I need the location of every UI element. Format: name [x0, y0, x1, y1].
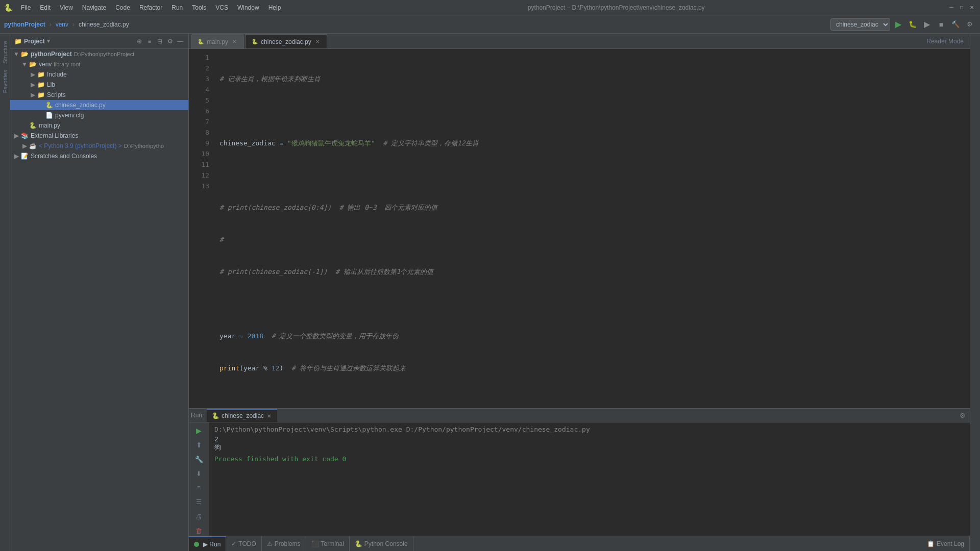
- tree-label-scripts: Scripts: [47, 91, 66, 98]
- run-output: D:\Python\pythonProject\venv\Scripts\pyt…: [209, 422, 970, 539]
- editor-tab-bar: 🐍 main.py ✕ 🐍 chinese_zodiac.py ✕ Reader…: [189, 34, 970, 49]
- menu-navigate[interactable]: Navigate: [78, 3, 110, 12]
- use-soft-wraps-button[interactable]: ☰: [193, 496, 205, 508]
- menu-refactor[interactable]: Refactor: [135, 3, 166, 12]
- tree-item-external-libraries[interactable]: ▶ 📚 External Libraries: [10, 131, 188, 141]
- scratches-icon: 📝: [20, 152, 29, 160]
- tab-chinese-zodiac-close[interactable]: ✕: [314, 39, 321, 45]
- code-content[interactable]: # 记录生肖，根据年份来判断生肖 chinese_zodiac = "猴鸡狗猪鼠…: [214, 49, 970, 408]
- scroll-up-button[interactable]: ⬇: [193, 467, 205, 480]
- code-line-4: [219, 170, 970, 181]
- tab-chinese-zodiac[interactable]: 🐍 chinese_zodiac.py ✕: [245, 34, 327, 48]
- clear-all-button[interactable]: 🗑: [193, 524, 205, 537]
- menu-help[interactable]: Help: [264, 3, 285, 12]
- run-config-selector[interactable]: chinese_zodiac: [830, 18, 890, 31]
- reader-mode-button[interactable]: Reader Mode: [922, 38, 968, 45]
- tab-mainpy[interactable]: 🐍 main.py ✕: [191, 34, 244, 48]
- menu-view[interactable]: View: [56, 3, 77, 12]
- line-numbers: 12345 678910 111213: [189, 49, 214, 408]
- tree-item-lib[interactable]: ▶ 📁 Lib: [10, 80, 188, 90]
- maximize-button[interactable]: □: [958, 4, 966, 12]
- favorites-panel-label[interactable]: Favorites: [1, 67, 9, 96]
- re-run-button[interactable]: ▶: [193, 424, 205, 437]
- python-console-icon: 🐍: [355, 540, 362, 547]
- tree-item-scripts[interactable]: ▶ 📁 Scripts: [10, 90, 188, 100]
- tree-item-venv[interactable]: ▼ 📂 venv library root: [10, 59, 188, 69]
- window-controls: ─ □ ✕: [947, 4, 976, 12]
- run-toolbar-label: ▶ Run: [203, 541, 220, 548]
- debug-button[interactable]: 🐛: [906, 18, 919, 31]
- terminal-toolbar-tab[interactable]: ⬛ Terminal: [306, 536, 350, 552]
- stop-run-button[interactable]: ⬆: [193, 439, 205, 451]
- minimize-button[interactable]: ─: [947, 4, 955, 12]
- collapse-all-button[interactable]: ≡: [145, 37, 154, 45]
- sidebar-settings-button[interactable]: ⚙: [166, 37, 174, 45]
- tree-arrow-ext: ▶: [12, 132, 20, 139]
- menu-window[interactable]: Window: [233, 3, 263, 12]
- sidebar-tree: ▼ 📂 pythonProject D:\Python\pythonProjec…: [10, 49, 188, 551]
- project-dropdown[interactable]: ▾: [47, 38, 50, 44]
- print-button[interactable]: 🖨: [193, 510, 205, 522]
- menu-run[interactable]: Run: [167, 3, 187, 12]
- run-process-finished: Process finished with exit code 0: [214, 455, 965, 463]
- title-bar: 🐍 File Edit View Navigate Code Refactor …: [0, 0, 980, 15]
- python-console-label: Python Console: [364, 540, 408, 547]
- structure-panel-label[interactable]: Structure: [1, 38, 9, 67]
- stop-button[interactable]: ■: [935, 18, 947, 31]
- problems-toolbar-tab[interactable]: ⚠ Problems: [262, 536, 306, 552]
- tree-item-project-root[interactable]: ▼ 📂 pythonProject D:\Python\pythonProjec…: [10, 49, 188, 59]
- tree-item-mainpy[interactable]: 🐍 main.py: [10, 120, 188, 131]
- scroll-to-end-button[interactable]: 🔧: [193, 453, 205, 465]
- sidebar-close-button[interactable]: —: [176, 37, 184, 45]
- close-button[interactable]: ✕: [968, 4, 976, 12]
- tree-label-include: Include: [47, 71, 67, 78]
- py-file-icon: 🐍: [45, 101, 53, 109]
- run-config-tab-label: chinese_zodiac: [222, 412, 264, 419]
- python-console-toolbar-tab[interactable]: 🐍 Python Console: [350, 536, 413, 552]
- tree-item-chinese-zodiac[interactable]: 🐍 chinese_zodiac.py: [10, 100, 188, 110]
- menu-file[interactable]: File: [17, 3, 35, 12]
- run-config-tab-close[interactable]: ✕: [266, 413, 272, 419]
- tree-item-include[interactable]: ▶ 📁 Include: [10, 69, 188, 80]
- menu-code[interactable]: Code: [111, 3, 134, 12]
- breadcrumb-project[interactable]: pythonProject: [4, 21, 45, 28]
- run-output-line2: 狗: [214, 443, 965, 452]
- settings-button[interactable]: ⚙: [964, 18, 976, 31]
- bottom-panel: Run: 🐍 chinese_zodiac ✕ ⚙ ▶ ⬆: [189, 408, 970, 536]
- tree-arrow-lib: ▶: [29, 81, 37, 88]
- code-editor[interactable]: 12345 678910 111213 # 记录生肖，根据年份来判断生肖 chi…: [189, 49, 970, 408]
- project-icon: 📁: [14, 38, 22, 45]
- tab-mainpy-close[interactable]: ✕: [231, 39, 237, 45]
- tree-item-python-sdk[interactable]: ▶ ☕ < Python 3.9 (pythonProject) > D:\Py…: [10, 141, 188, 151]
- expand-all-button[interactable]: ⊟: [156, 37, 164, 45]
- bottom-tab-run-config[interactable]: 🐍 chinese_zodiac ✕: [207, 409, 277, 422]
- tree-label-scratches: Scratches and Consoles: [31, 153, 97, 160]
- soft-wrap-button[interactable]: ≡: [193, 482, 205, 494]
- tree-item-pyvenv[interactable]: 📄 pyvenv.cfg: [10, 110, 188, 120]
- tree-label-python-sdk: < Python 3.9 (pythonProject) >: [39, 142, 122, 149]
- locate-button[interactable]: ⊕: [135, 37, 143, 45]
- run-button[interactable]: ▶: [892, 18, 904, 31]
- menu-tools[interactable]: Tools: [188, 3, 210, 12]
- code-line-7: # print(chinese_zodiac[-1]) # 输出从后往前数第1个…: [219, 266, 970, 277]
- tree-arrow-sdk: ▶: [20, 142, 29, 149]
- code-line-11: [219, 395, 970, 406]
- bottom-settings-button[interactable]: ⚙: [958, 410, 968, 420]
- run-output-line1: 2: [214, 435, 965, 443]
- bottom-panel-actions: ⚙: [958, 410, 968, 420]
- coverage-button[interactable]: ▶: [921, 18, 933, 31]
- todo-toolbar-tab[interactable]: ✓ TODO: [226, 536, 261, 552]
- tree-item-scratches[interactable]: ▶ 📝 Scratches and Consoles: [10, 151, 188, 161]
- sidebar-actions: ⊕ ≡ ⊟ ⚙ —: [135, 37, 184, 45]
- menu-vcs[interactable]: VCS: [211, 3, 232, 12]
- breadcrumb-venv[interactable]: venv: [56, 21, 68, 28]
- build-button[interactable]: 🔨: [949, 18, 962, 31]
- menu-edit[interactable]: Edit: [36, 3, 55, 12]
- run-toolbar-tab[interactable]: ▶ Run: [189, 536, 226, 552]
- menu-bar: File Edit View Navigate Code Refactor Ru…: [17, 3, 285, 12]
- event-log-toolbar-tab[interactable]: 📋 Event Log: [922, 536, 970, 552]
- code-line-5: # print(chinese_zodiac[0:4]) # 输出 0~3 四个…: [219, 202, 970, 213]
- tree-label-lib: Lib: [47, 81, 55, 88]
- code-line-2: [219, 106, 970, 116]
- lib-folder-icon: 📁: [37, 81, 45, 89]
